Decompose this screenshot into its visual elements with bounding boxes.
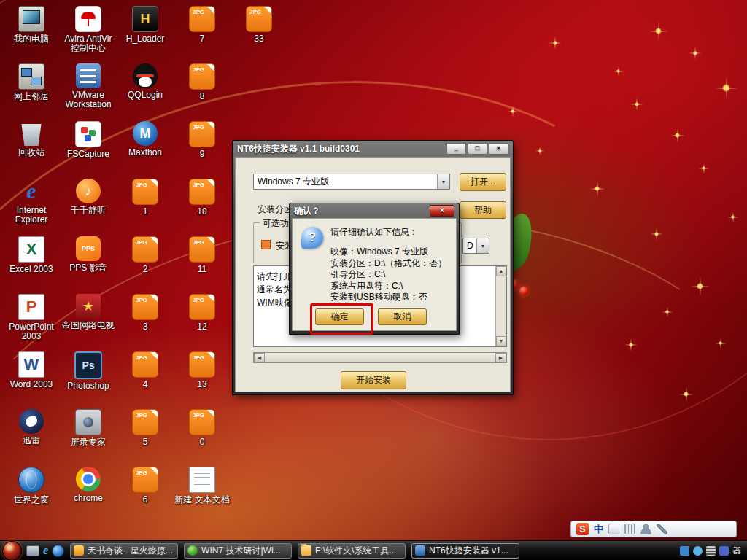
taskbar-task[interactable]: F:\软件夹\系统工具... bbox=[298, 543, 406, 559]
install-checkbox[interactable] bbox=[261, 240, 271, 249]
desktop-icon[interactable]: Ps Photoshop bbox=[60, 350, 117, 408]
input-mode-indicator[interactable]: 中 bbox=[594, 523, 603, 536]
desktop-icon-glyph: JPG bbox=[136, 470, 147, 476]
desktop-icon[interactable]: Avira AntiVir 控制中心 bbox=[60, 4, 117, 62]
user-icon[interactable] bbox=[640, 524, 651, 534]
desktop-icon[interactable]: JPG 10 bbox=[174, 177, 231, 235]
punctuation-icon[interactable] bbox=[608, 524, 619, 534]
desktop-icon[interactable]: 世界之窗 bbox=[3, 465, 60, 523]
start-button[interactable] bbox=[2, 541, 22, 560]
desktop-icon[interactable]: JPG 6 bbox=[117, 465, 174, 523]
desktop-icon[interactable]: JPG 11 bbox=[174, 235, 231, 292]
desktop-icon[interactable]: FSCapture bbox=[60, 120, 117, 177]
close-button[interactable]: × bbox=[489, 143, 508, 155]
horizontal-scrollbar[interactable]: ◀ ▶ bbox=[253, 352, 507, 363]
keyboard-icon[interactable] bbox=[624, 524, 635, 534]
desktop-icon-glyph: W bbox=[24, 355, 39, 374]
taskbar-task[interactable]: NT6快捷安装器 v1... bbox=[411, 543, 519, 559]
desktop-icon-image bbox=[19, 121, 44, 146]
desktop-icon[interactable]: JPG 13 bbox=[174, 350, 231, 408]
sogou-logo-icon[interactable]: S bbox=[576, 523, 589, 535]
open-button[interactable]: 打开... bbox=[460, 173, 506, 191]
desktop-icon[interactable]: 我的电脑 bbox=[3, 4, 60, 62]
confirm-detail-line: 引导分区：C:\ bbox=[330, 269, 446, 281]
scroll-left-icon[interactable]: ◀ bbox=[254, 353, 265, 362]
tray-icon[interactable] bbox=[680, 546, 689, 556]
desktop-icon[interactable]: JPG 2 bbox=[117, 235, 174, 292]
dialog-close-button[interactable]: × bbox=[430, 205, 454, 217]
window-titlebar[interactable]: NT6快捷安装器 v1.1 build0301 _ □ × bbox=[235, 141, 511, 157]
desktop-icon-glyph: JPG bbox=[193, 239, 204, 246]
help-button[interactable]: 帮助 bbox=[460, 201, 506, 219]
sparkle bbox=[702, 166, 705, 170]
cancel-button[interactable]: 取消 bbox=[378, 308, 427, 325]
desktop-icon[interactable]: JPG 7 bbox=[174, 4, 231, 62]
desktop-icon[interactable]: 回收站 bbox=[3, 120, 60, 177]
desktop-icon[interactable]: JPG 0 bbox=[174, 408, 231, 465]
desktop-icon-image bbox=[76, 467, 101, 491]
desktop-icon-image: W bbox=[18, 351, 44, 378]
desktop-icon[interactable]: P PowerPoint 2003 bbox=[3, 292, 60, 350]
desktop-icon-image: ♪ bbox=[76, 179, 101, 203]
desktop-icon[interactable]: W Word 2003 bbox=[3, 350, 60, 408]
sparkle bbox=[655, 28, 662, 34]
desktop-icon-image: JPG bbox=[189, 409, 215, 435]
desktop-icon[interactable]: 迅雷 bbox=[3, 408, 60, 465]
dropdown-arrow-icon[interactable]: ▼ bbox=[437, 174, 449, 189]
taskbar-task[interactable]: 天书奇谈 - 星火燎原... bbox=[70, 543, 178, 559]
confirm-message: 请仔细确认如下信息： bbox=[330, 226, 418, 238]
desktop-icon[interactable]: JPG 5 bbox=[117, 408, 174, 465]
desktop-icon[interactable]: PPS PPS 影音 bbox=[60, 235, 117, 292]
desktop-icon-image bbox=[75, 6, 101, 32]
desktop-icon[interactable]: QQLogin bbox=[117, 62, 174, 120]
desktop-icon-label: 13 bbox=[174, 380, 230, 389]
settings-wrench-icon[interactable] bbox=[657, 524, 667, 534]
desktop-icon-glyph: JPG bbox=[136, 182, 147, 188]
drive-select[interactable]: D ▼ bbox=[462, 238, 489, 254]
vertical-scrollbar[interactable]: ▲ ▼ bbox=[495, 266, 506, 346]
desktop-icon[interactable]: ♪ 千千静听 bbox=[60, 177, 117, 235]
desktop-icon[interactable]: ★ 帝国网络电视 bbox=[60, 292, 117, 350]
scroll-down-icon[interactable]: ▼ bbox=[496, 336, 506, 346]
desktop-icon[interactable]: 网上邻居 bbox=[3, 62, 60, 120]
desktop-icon-image bbox=[76, 63, 101, 88]
desktop-icon-label: 11 bbox=[174, 265, 230, 274]
desktop-icon[interactable]: 屏录专家 bbox=[60, 408, 117, 465]
desktop-icon[interactable]: VMware Workstation bbox=[60, 62, 117, 120]
desktop-icon[interactable]: JPG 9 bbox=[174, 120, 231, 177]
taskbar-task[interactable]: WIN7 技术研讨|Wi... bbox=[184, 543, 292, 559]
desktop-icon-label: 5 bbox=[117, 438, 173, 447]
minimize-button[interactable]: _ bbox=[446, 143, 466, 155]
image-select[interactable]: Windows 7 专业版 ▼ bbox=[253, 174, 450, 190]
desktop-icon-image: JPG bbox=[189, 236, 215, 262]
desktop-icon-image: JPG bbox=[189, 121, 215, 147]
tray-icon[interactable] bbox=[719, 546, 729, 556]
desktop-icon[interactable]: X Excel 2003 bbox=[3, 235, 60, 292]
show-desktop-icon[interactable] bbox=[26, 545, 39, 556]
desktop-icon[interactable]: H H_Loader bbox=[117, 4, 174, 62]
ie-quicklaunch-icon[interactable]: e bbox=[43, 544, 48, 557]
desktop-icon[interactable]: M Maxthon bbox=[117, 120, 174, 177]
tray-menu-icon[interactable] bbox=[706, 546, 716, 556]
browser-quicklaunch-icon[interactable] bbox=[52, 545, 64, 557]
desktop-icon[interactable]: chrome bbox=[60, 465, 117, 523]
desktop-icon[interactable]: 新建 文本文档 bbox=[174, 465, 231, 523]
desktop-icon[interactable]: JPG 1 bbox=[117, 177, 174, 235]
start-install-button[interactable]: 开始安装 bbox=[341, 371, 406, 389]
desktop-icon-image: JPG bbox=[132, 236, 158, 262]
scroll-right-icon[interactable]: ▶ bbox=[495, 353, 506, 362]
desktop-icon-label: 3 bbox=[117, 322, 173, 332]
desktop-icon[interactable]: JPG 3 bbox=[117, 292, 174, 350]
tray-icon[interactable] bbox=[693, 546, 703, 556]
desktop-icon[interactable]: JPG 8 bbox=[174, 62, 231, 120]
scrollbar-track[interactable] bbox=[265, 353, 495, 362]
desktop-icon[interactable]: JPG 12 bbox=[174, 292, 231, 350]
desktop-icon[interactable]: JPG 4 bbox=[117, 350, 174, 408]
desktop-icon[interactable]: e Internet Explorer bbox=[3, 177, 60, 235]
desktop-icon[interactable]: JPG 33 bbox=[231, 4, 287, 62]
scroll-up-icon[interactable]: ▲ bbox=[496, 266, 506, 276]
dialog-titlebar[interactable]: 确认？ × bbox=[292, 203, 457, 218]
dropdown-arrow-icon[interactable]: ▼ bbox=[476, 238, 489, 253]
maximize-button[interactable]: □ bbox=[468, 143, 487, 155]
ok-button[interactable]: 确定 bbox=[315, 308, 364, 325]
